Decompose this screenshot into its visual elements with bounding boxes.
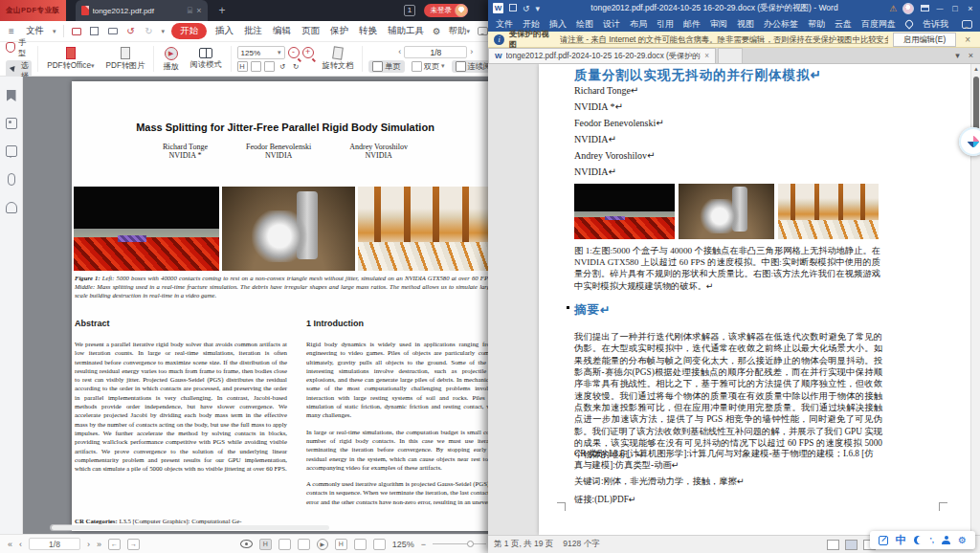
hand-tool-button[interactable]: 手型 bbox=[6, 37, 32, 58]
tab-design[interactable]: 设计 bbox=[603, 18, 620, 31]
ime-pen-icon[interactable] bbox=[879, 536, 888, 545]
zoom-in-icon[interactable]: + bbox=[302, 47, 314, 58]
fit-width-icon[interactable] bbox=[251, 61, 261, 72]
menu-start-active[interactable]: 开始 bbox=[171, 23, 207, 39]
menu-edit[interactable]: 编辑 bbox=[271, 23, 293, 39]
gear-icon[interactable]: ⚙ bbox=[433, 26, 441, 36]
double-page-button[interactable]: 双页▾ bbox=[408, 60, 449, 73]
read-mode-button[interactable]: 阅读模式 bbox=[188, 47, 225, 71]
word-document-tab[interactable]: W tonge2012.pdf.pdf-2024-10-25 16-20-29.… bbox=[488, 48, 716, 63]
tab-cloud-drive[interactable]: 云盘 bbox=[835, 18, 852, 31]
ime-language-mode[interactable]: 中 bbox=[896, 533, 906, 547]
print-icon[interactable] bbox=[107, 26, 119, 37]
login-button[interactable]: 未登录 bbox=[424, 4, 468, 17]
zoom-slider[interactable] bbox=[433, 543, 486, 544]
ime-punctuation-icon[interactable]: ’, bbox=[930, 536, 934, 544]
menu-page[interactable]: 页面 bbox=[300, 23, 322, 39]
zoom-out-icon[interactable]: - bbox=[288, 47, 300, 58]
ribbon-display-options-icon[interactable] bbox=[920, 4, 929, 13]
redo-icon[interactable]: ↻ bbox=[144, 26, 155, 37]
tab-review[interactable]: 审阅 bbox=[710, 18, 727, 31]
feedback-bubble-icon[interactable] bbox=[478, 27, 488, 35]
ime-user-icon[interactable] bbox=[942, 536, 950, 544]
page-indicator-input[interactable]: 1/8 bbox=[404, 46, 467, 58]
menu-convert[interactable]: 转换 bbox=[357, 23, 379, 39]
h-scroll-thumb[interactable] bbox=[52, 525, 329, 530]
play-button[interactable]: ▶ 播放 bbox=[160, 46, 181, 73]
pdf-page[interactable]: Mass Splitting for Jitter-Free Parallel … bbox=[72, 81, 494, 531]
rotate-doc-button[interactable]: 旋转文档 bbox=[320, 46, 357, 72]
tab-list-chevron-icon[interactable]: ▾ bbox=[955, 51, 960, 60]
banner-close-icon[interactable]: × bbox=[961, 34, 974, 45]
tab-layout[interactable]: 布局 bbox=[630, 18, 647, 31]
eye-protect-icon[interactable] bbox=[240, 540, 253, 548]
floating-assistant-ball[interactable] bbox=[959, 127, 980, 156]
close-button[interactable]: × bbox=[966, 4, 975, 13]
tab-mailings[interactable]: 邮件 bbox=[683, 18, 701, 31]
comments-bubble-icon[interactable] bbox=[962, 20, 972, 29]
menu-tools[interactable]: 辅助工具 bbox=[386, 23, 426, 39]
close-tab-icon[interactable]: × bbox=[196, 7, 201, 15]
last-page-icon[interactable]: » bbox=[97, 540, 101, 549]
stamp-icon[interactable] bbox=[6, 202, 17, 213]
zoom-out-button[interactable]: − bbox=[421, 540, 426, 549]
tab-references[interactable]: 引用 bbox=[657, 18, 674, 31]
v-scroll-thumb[interactable] bbox=[973, 77, 979, 131]
rotate-right-icon[interactable]: ↻ bbox=[291, 61, 301, 72]
more-chevron-icon[interactable]: ▾ bbox=[162, 28, 166, 35]
print-layout-view-icon[interactable] bbox=[845, 540, 858, 550]
new-tab-button[interactable]: + bbox=[219, 4, 226, 17]
thumbnails-icon[interactable] bbox=[6, 118, 17, 129]
fit-height-icon[interactable]: H bbox=[335, 539, 347, 550]
tab-count-badge[interactable]: 1 bbox=[404, 5, 415, 16]
single-page-button[interactable]: 单页 bbox=[368, 60, 404, 73]
help-menu[interactable]: 帮助▾ bbox=[449, 25, 471, 37]
prev-page-icon[interactable]: ‹ bbox=[398, 47, 401, 56]
attachments-icon[interactable] bbox=[8, 173, 15, 186]
zoom-slider-knob[interactable] bbox=[467, 541, 474, 547]
save-icon[interactable] bbox=[89, 26, 100, 37]
status-page-indicator[interactable]: 1/8 bbox=[29, 538, 80, 550]
minimize-button[interactable]: — bbox=[935, 5, 945, 11]
tab-draw[interactable]: 绘图 bbox=[576, 18, 593, 31]
shape-icon[interactable] bbox=[373, 539, 386, 550]
new-document-tab[interactable] bbox=[718, 48, 743, 63]
crop-icon[interactable] bbox=[354, 539, 367, 550]
close-doc-tab-icon[interactable]: × bbox=[704, 52, 709, 60]
fit-page-icon[interactable] bbox=[264, 61, 275, 72]
undo-icon[interactable]: ↺ bbox=[125, 26, 137, 37]
tab-help[interactable]: 帮助 bbox=[808, 18, 825, 31]
menu-insert[interactable]: 插入 bbox=[213, 23, 235, 39]
rotate-left-icon[interactable]: ↺ bbox=[278, 61, 288, 72]
page-count-status[interactable]: 第 1 页, 共 19 页 bbox=[494, 539, 553, 550]
prev-view-icon[interactable]: ← bbox=[108, 539, 121, 550]
ime-settings-icon[interactable]: ⚙ bbox=[958, 535, 967, 545]
undo-icon[interactable]: ↺ bbox=[523, 4, 530, 13]
tab-baidu-netdisk[interactable]: 百度网盘 bbox=[861, 18, 896, 31]
zoom-select[interactable]: 125%▾ bbox=[237, 46, 285, 59]
pdf-to-image-button[interactable]: PDF转图片 bbox=[103, 46, 148, 72]
word-page[interactable]: 质量分割以实现无抖动的并行刚体模拟↵ Richard Tonge↵ NVIDIA… bbox=[539, 64, 971, 535]
account-avatar[interactable] bbox=[902, 3, 914, 14]
menu-annotate[interactable]: 批注 bbox=[242, 23, 264, 39]
play-slideshow-icon[interactable]: ▶ bbox=[317, 539, 328, 550]
read-mode-view-icon[interactable] bbox=[827, 540, 839, 550]
comments-icon[interactable] bbox=[6, 145, 17, 157]
bookmarks-icon[interactable] bbox=[7, 90, 16, 101]
pdf-document-tab[interactable]: tonge2012.pdf.pdf ⌸ × bbox=[76, 0, 208, 21]
page-view-icon[interactable] bbox=[278, 539, 291, 550]
word-count-status[interactable]: 9128 个字 bbox=[563, 539, 599, 550]
save-icon[interactable] bbox=[509, 4, 517, 13]
pdf-to-office-button[interactable]: PDF转Office▾ bbox=[44, 46, 97, 72]
enable-editing-button[interactable]: 启用编辑(E) bbox=[893, 33, 956, 47]
pin-tab-icon[interactable]: ⌸ bbox=[188, 7, 192, 15]
fit-height-icon[interactable]: H bbox=[237, 61, 248, 72]
first-page-icon[interactable]: « bbox=[8, 540, 12, 549]
prev-page-icon[interactable]: ‹ bbox=[19, 540, 22, 549]
book-view-icon[interactable] bbox=[298, 539, 310, 550]
warning-icon[interactable]: ⚠ bbox=[889, 4, 897, 13]
ime-fullwidth-moon-icon[interactable] bbox=[914, 536, 923, 544]
customize-quick-access-icon[interactable]: ▾ bbox=[536, 4, 541, 13]
single-page-view-icon[interactable]: H bbox=[259, 539, 272, 550]
tabbar-close-icon[interactable]: × bbox=[969, 51, 973, 60]
